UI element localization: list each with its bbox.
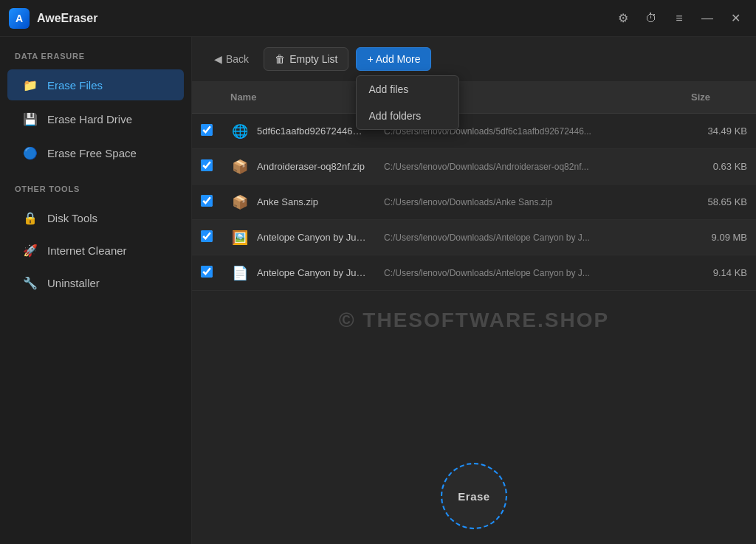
row-checkbox-cell [192,120,221,142]
sidebar-item-uninstaller[interactable]: 🔧 Uninstaller [7,267,184,298]
row-checkbox[interactable] [201,266,213,278]
row-name-cell: 📦Anke Sans.zip [221,188,375,216]
add-more-label: + Add More [367,53,420,65]
row-size-cell: 9.09 MB [682,227,756,247]
table-row: 📄Antelope Canyon by Jure Kr...C:/Users/l… [192,255,756,291]
row-name-cell: 📄Antelope Canyon by Jure Kr... [221,259,375,287]
table-row: 📦Anke Sans.zipC:/Users/lenovo/Downloads/… [192,185,756,220]
erase-button[interactable]: Erase [441,463,507,529]
file-name: Antelope Canyon by Jure Kr... [257,232,366,243]
add-files-item[interactable]: Add files [357,76,458,103]
row-checkbox-cell [192,261,221,284]
history-button[interactable]: ⏱ [639,7,663,30]
row-path-cell: C:/Users/lenovo/Downloads/Anke Sans.zip [375,193,682,212]
col-size-header: Size [682,87,756,107]
trash-icon: 🗑 [275,53,285,65]
back-label: Back [226,53,249,65]
close-button[interactable]: ✕ [724,7,747,30]
add-more-dropdown: Add files Add folders [356,75,459,130]
sidebar-item-erase-free-space[interactable]: 🔵 Erase Free Space [7,137,184,168]
table-row: 🌐5df6c1aafbd9267244632e55...C:/Users/len… [192,114,756,149]
uninstaller-label: Uninstaller [47,277,100,289]
erase-btn-container: Erase [192,448,756,544]
other-tools-section: OTHER TOOLS 🔒 Disk Tools 🚀 Internet Clea… [0,185,191,300]
menu-button[interactable]: ≡ [667,7,691,30]
row-checkbox[interactable] [201,195,213,207]
file-type-icon: 📦 [230,193,250,212]
row-checkbox[interactable] [201,230,213,242]
erase-files-icon: 📁 [22,77,38,93]
erase-hard-drive-label: Erase Hard Drive [47,113,132,125]
table-row: 📦Androideraser-oq82nf.zipC:/Users/lenovo… [192,149,756,185]
internet-cleaner-label: Internet Cleaner [47,244,127,257]
erase-files-label: Erase Files [47,79,103,92]
content-area: ◀ Back 🗑 Empty List + Add More Add files… [192,37,756,544]
row-checkbox[interactable] [201,124,213,136]
row-size-cell: 34.49 KB [682,121,756,141]
erase-free-space-icon: 🔵 [22,145,38,161]
sidebar-item-erase-files[interactable]: 📁 Erase Files [7,69,184,100]
empty-list-button[interactable]: 🗑 Empty List [264,47,348,71]
back-button[interactable]: ◀ Back [207,49,256,69]
file-type-icon: 🖼️ [230,228,250,247]
settings-button[interactable]: ⚙ [611,7,635,30]
file-name: Antelope Canyon by Jure Kr... [257,267,366,278]
uninstaller-icon: 🔧 [22,275,38,291]
sidebar-item-disk-tools[interactable]: 🔒 Disk Tools [7,202,184,233]
sidebar-item-erase-hard-drive[interactable]: 💾 Erase Hard Drive [7,103,184,134]
row-size-cell: 0.63 KB [682,156,756,176]
row-checkbox-cell [192,226,221,249]
file-table: Name Size 🌐5df6c1aafbd9267244632e55...C:… [192,81,756,448]
row-path-cell: C:/Users/lenovo/Downloads/Androideraser-… [375,157,682,176]
col-check [192,87,221,107]
row-size-cell: 58.65 KB [682,192,756,212]
row-checkbox-cell [192,155,221,178]
table-row: 🖼️Antelope Canyon by Jure Kr...C:/Users/… [192,220,756,255]
internet-cleaner-icon: 🚀 [22,242,38,258]
disk-tools-label: Disk Tools [47,212,97,224]
sidebar-item-internet-cleaner[interactable]: 🚀 Internet Cleaner [7,235,184,266]
title-bar-left: A AweEraser [9,8,97,29]
empty-list-label: Empty List [289,53,337,65]
file-name: 5df6c1aafbd9267244632e55... [257,125,366,137]
row-path-cell: C:/Users/lenovo/Downloads/Antelope Canyo… [375,264,682,283]
row-name-cell: 🖼️Antelope Canyon by Jure Kr... [221,224,375,252]
row-name-cell: 📦Androideraser-oq82nf.zip [221,153,375,181]
erase-hard-drive-icon: 💾 [22,111,38,127]
toolbar: ◀ Back 🗑 Empty List + Add More Add files… [192,37,756,81]
file-type-icon: 📄 [230,264,250,283]
app-title: AweEraser [37,12,97,25]
minimize-button[interactable]: — [695,7,719,30]
title-bar: A AweEraser ⚙ ⏱ ≡ — ✕ [0,0,756,37]
file-type-icon: 🌐 [230,122,250,141]
row-checkbox-cell [192,190,221,213]
table-body: 🌐5df6c1aafbd9267244632e55...C:/Users/len… [192,114,756,291]
file-name: Anke Sans.zip [257,196,318,207]
back-chevron-icon: ◀ [214,53,222,65]
col-name-header: Name [221,87,375,107]
row-size-cell: 9.14 KB [682,263,756,283]
add-folders-item[interactable]: Add folders [357,103,458,129]
row-checkbox[interactable] [201,159,213,171]
file-type-icon: 📦 [230,157,250,176]
data-erasure-label: DATA ERASURE [0,52,191,68]
disk-tools-icon: 🔒 [22,210,38,226]
table-header: Name Size [192,81,756,114]
app-logo: A [9,8,30,29]
add-more-button[interactable]: + Add More [356,47,431,71]
main-layout: DATA ERASURE 📁 Erase Files 💾 Erase Hard … [0,37,756,544]
add-more-container: + Add More Add files Add folders [356,47,431,71]
title-bar-controls: ⚙ ⏱ ≡ — ✕ [611,7,747,30]
row-name-cell: 🌐5df6c1aafbd9267244632e55... [221,117,375,145]
row-path-cell: C:/Users/lenovo/Downloads/Antelope Canyo… [375,228,682,247]
sidebar: DATA ERASURE 📁 Erase Files 💾 Erase Hard … [0,37,192,544]
erase-free-space-label: Erase Free Space [47,147,137,159]
other-tools-label: OTHER TOOLS [0,185,191,201]
file-name: Androideraser-oq82nf.zip [257,161,365,172]
